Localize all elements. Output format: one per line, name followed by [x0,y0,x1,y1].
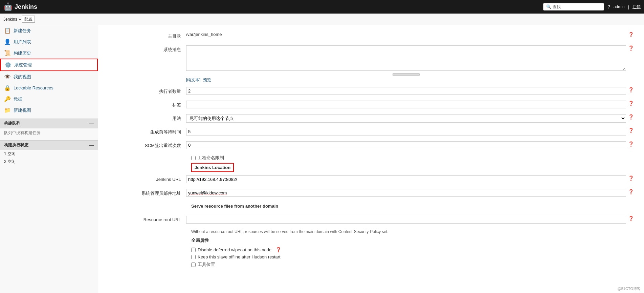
build-exec-collapse[interactable]: — [89,143,94,148]
sidebar-item-credentials[interactable]: 🔑 凭据 [0,93,98,105]
usage-control: 尽可能的使用这个节点 只允许运行绑定到这台机器的Job [186,114,626,123]
quiet-period-help-icon[interactable]: ❓ [628,128,634,133]
usage-select[interactable]: 尽可能的使用这个节点 只允许运行绑定到这台机器的Job [186,114,626,123]
executor-count-row: 执行者数量 ❓ [108,87,634,97]
help-button[interactable]: ? [607,4,610,9]
labels-control [186,101,626,108]
jenkins-url-input[interactable] [186,175,626,183]
serve-resource-block: Serve resource files from another domain [191,203,634,212]
third-checkbox-row: 工具位置 [191,261,634,268]
labels-row: 标签 ❓ [108,101,634,110]
sys-message-textarea[interactable] [186,45,626,71]
build-queue-empty: 队列中没有构建任务 [0,128,98,138]
sidebar-item-user-list[interactable]: 👤 用户列表 [0,36,98,47]
config-form: 主目录 /var/jenkins_home ❓ 系统消息 [纯文本] [98,25,644,276]
labels-input[interactable] [186,101,626,108]
third-checkbox[interactable] [191,263,196,267]
jenkins-url-label: Jenkins URL [108,175,186,182]
resource-root-url-input[interactable] [186,216,626,224]
plain-text-link[interactable]: [纯文本] [186,78,201,82]
quiet-period-control [186,128,626,135]
jenkins-location-header-box: Jenkins Location [191,163,234,172]
resource-root-url-row: Resource root URL ❓ [108,216,634,225]
system-manage-icon: ⚙️ [5,62,12,68]
admin-email-input[interactable] [186,189,626,197]
keep-slave-offline-row: Keep this slave offline after Hudson res… [191,254,634,259]
sys-message-control: [纯文本] 预览 [186,45,626,83]
user-list-icon: 👤 [4,39,11,45]
footer-watermark: @51CTO博客 [618,286,641,291]
header-right: 🔍 ? admin | 注销 [543,3,641,11]
resource-root-url-label: Resource root URL [108,216,186,222]
build-exec-item-1: 1 空闲 [0,150,98,158]
admin-email-label: 系统管理员邮件地址 [108,189,186,196]
project-name-limit-label: 工程命名限制 [198,155,224,161]
scroll-indicator [393,73,420,76]
home-dir-value: /var/jenkins_home [186,30,222,37]
main-content: 主目录 /var/jenkins_home ❓ 系统消息 [纯文本] [98,25,644,293]
layout: 📋 新建任务 👤 用户列表 📜 构建历史 ⚙️ 系统管理 👁️ 我的视图 🔒 L… [0,25,644,293]
scm-retry-input[interactable] [186,141,626,149]
breadcrumb-home[interactable]: Jenkins [3,17,17,22]
home-dir-control: /var/jenkins_home [186,32,626,37]
jenkins-logo: 🤖 Jenkins [3,2,37,11]
sidebar-item-label: 新建视图 [14,107,31,113]
sidebar-item-my-view[interactable]: 👁️ 我的视图 [0,71,98,82]
disable-deferred-help-icon[interactable]: ❓ [275,247,281,252]
sidebar-item-system-manage[interactable]: ⚙️ 系统管理 [0,59,98,71]
sidebar-item-lockable-resources[interactable]: 🔒 Lockable Resources [0,82,98,93]
build-exec-section: 构建执行状态 — [0,140,98,150]
user-name: admin [614,4,625,9]
labels-help-icon[interactable]: ❓ [628,101,634,106]
executor-count-input[interactable] [186,87,626,95]
jenkins-logo-text: Jenkins [15,3,37,11]
preview-link[interactable]: 预览 [203,78,211,82]
sidebar-item-label: 构建历史 [14,50,31,56]
new-view-icon: 📁 [4,107,11,113]
search-input[interactable] [553,4,601,9]
keep-slave-offline-checkbox[interactable] [191,255,196,259]
scm-retry-help-icon[interactable]: ❓ [628,141,634,147]
lockable-resources-icon: 🔒 [4,85,11,91]
new-task-icon: 📋 [4,27,11,34]
home-dir-label: 主目录 [108,32,186,39]
executor-count-label: 执行者数量 [108,87,186,95]
quiet-period-label: 生成前等待时间 [108,128,186,135]
labels-label: 标签 [108,101,186,108]
build-queue-label: 构建队列 [4,121,20,126]
sidebar-item-new-view[interactable]: 📁 新建视图 [0,105,98,116]
sidebar-item-new-task[interactable]: 📋 新建任务 [0,25,98,36]
project-name-limit-checkbox[interactable] [191,156,196,160]
usage-help-icon[interactable]: ❓ [628,114,634,120]
serve-resource-header: Serve resource files from another domain [191,203,278,210]
header-separator: | [628,4,629,9]
resource-root-url-help-icon[interactable]: ❓ [628,216,634,221]
disable-deferred-checkbox[interactable] [191,248,196,252]
sys-message-label: 系统消息 [108,45,186,53]
sidebar-item-build-history[interactable]: 📜 构建历史 [0,47,98,59]
scm-retry-control [186,141,626,149]
quiet-period-input[interactable] [186,128,626,135]
sys-message-row: 系统消息 [纯文本] 预览 ❓ [108,45,634,83]
jenkins-location-header: Jenkins Location [195,165,230,170]
credentials-icon: 🔑 [4,96,11,102]
build-queue-collapse[interactable]: — [89,121,94,126]
home-dir-help-icon[interactable]: ❓ [628,32,634,37]
scm-retry-label: SCM签出重试次数 [108,141,186,149]
breadcrumb-current: 配置 [22,16,35,23]
usage-label: 用法 [108,114,186,122]
sidebar-item-label: 我的视图 [14,74,31,80]
third-checkbox-label: 工具位置 [198,261,215,268]
project-name-limit-row: 工程命名限制 [191,155,634,161]
build-queue-section: 构建队列 — [0,119,98,128]
admin-email-help-icon[interactable]: ❓ [628,189,634,194]
logout-button[interactable]: 注销 [632,4,641,10]
build-history-icon: 📜 [4,50,11,56]
sys-message-help-icon[interactable]: ❓ [628,45,634,51]
jenkins-url-help-icon[interactable]: ❓ [628,175,634,181]
breadcrumb: Jenkins » 配置 [0,14,644,25]
admin-email-control [186,189,626,197]
executor-count-help-icon[interactable]: ❓ [628,87,634,92]
search-box[interactable]: 🔍 [543,3,604,11]
resource-root-url-control [186,216,626,224]
